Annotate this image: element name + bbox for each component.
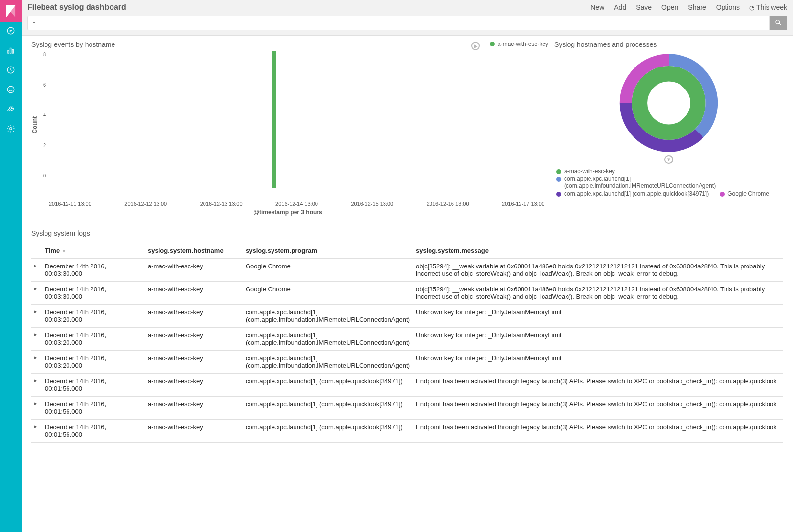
cell-hostname: a-mac-with-esc-key [145, 259, 243, 282]
bar-series[interactable] [272, 51, 276, 188]
dashboard-icon[interactable] [0, 61, 22, 80]
timelion-icon [6, 85, 15, 95]
kibana-logo[interactable] [0, 0, 22, 22]
y-tick: 8 [40, 51, 46, 57]
donut-chart[interactable] [605, 51, 732, 155]
cell-message: Unknown key for integer: _DirtyJetsamMem… [413, 351, 783, 374]
cell-message: objc[85294]: __weak variable at 0x608011… [413, 259, 783, 282]
cell-time: December 14th 2016, 00:03:30.000 [42, 259, 145, 282]
cell-time: December 14th 2016, 00:03:20.000 [42, 328, 145, 351]
row-expand-toggle[interactable]: ▸ [31, 282, 42, 305]
row-expand-toggle[interactable]: ▸ [31, 259, 42, 282]
panel-title: Syslog hostnames and processes [554, 41, 783, 48]
y-tick: 4 [40, 112, 46, 118]
table-row: ▸ December 14th 2016, 00:03:30.000 a-mac… [31, 259, 783, 282]
devtools-icon[interactable] [0, 100, 22, 119]
y-axis-title: Count [31, 116, 38, 133]
legend-swatch-icon [556, 192, 561, 197]
donut-legend-label[interactable]: Google Chrome [727, 190, 769, 197]
chevron-right-icon: ▸ [34, 377, 37, 383]
new-action[interactable]: New [590, 3, 604, 11]
chevron-right-icon: ▸ [34, 286, 37, 291]
legend-toggle-button[interactable]: ▶ [471, 42, 480, 50]
legend-swatch-icon [556, 177, 561, 182]
clock-icon: ◔ [749, 4, 754, 11]
logs-table-header: Time ▾syslog.system.hostnamesyslog.syste… [31, 243, 783, 259]
y-tick: 6 [40, 82, 46, 88]
legend-dot-icon [490, 42, 495, 46]
legend-toggle-button[interactable]: ▾ [664, 155, 673, 164]
timelion-icon[interactable] [0, 80, 22, 100]
top-actions: NewAddSaveOpenShareOptions◔This week [590, 3, 787, 11]
chevron-down-icon: ▾ [667, 156, 670, 163]
row-expand-toggle[interactable]: ▸ [31, 374, 42, 397]
cell-program: com.apple.xpc.launchd[1] (com.apple.imfo… [243, 351, 413, 374]
legend-swatch-icon [720, 192, 725, 197]
cell-hostname: a-mac-with-esc-key [145, 374, 243, 397]
add-action[interactable]: Add [614, 3, 626, 11]
cell-hostname: a-mac-with-esc-key [145, 351, 243, 374]
table-row: ▸ December 14th 2016, 00:03:20.000 a-mac… [31, 351, 783, 374]
x-tick: 2016-12-14 13:00 [275, 201, 318, 207]
row-expand-toggle[interactable]: ▸ [31, 328, 42, 351]
search-button[interactable] [770, 16, 787, 30]
x-tick: 2016-12-15 13:00 [351, 201, 393, 207]
svg-rect-2 [8, 50, 9, 53]
x-tick: 2016-12-12 13:00 [124, 201, 167, 207]
x-axis-title: @timestamp per 3 hours [31, 209, 544, 216]
logs-table: Time ▾syslog.system.hostnamesyslog.syste… [31, 243, 783, 443]
logs-col-header[interactable]: syslog.system.program [243, 243, 413, 259]
cell-program: com.apple.xpc.launchd[1] (com.apple.quic… [243, 374, 413, 397]
row-expand-toggle[interactable]: ▸ [31, 397, 42, 420]
main-region: Filebeat syslog dashboard NewAddSaveOpen… [22, 0, 793, 532]
chevron-right-icon: ▸ [34, 355, 37, 360]
logs-col-header[interactable]: syslog.system.message [413, 243, 783, 259]
cell-time: December 14th 2016, 00:03:30.000 [42, 282, 145, 305]
panel-syslog-hostnames-and-processes: Syslog hostnames and processes ▾ a-mac-w… [550, 38, 787, 218]
donut-legend-label[interactable]: a-mac-with-esc-key [564, 168, 615, 175]
query-input[interactable] [27, 16, 770, 30]
cell-time: December 14th 2016, 00:01:56.000 [42, 397, 145, 420]
row-expand-toggle[interactable]: ▸ [31, 420, 42, 443]
visualize-icon[interactable] [0, 41, 22, 61]
time-picker-label: This week [756, 3, 787, 11]
table-row: ▸ December 14th 2016, 00:03:30.000 a-mac… [31, 282, 783, 305]
open-action[interactable]: Open [661, 3, 678, 11]
cell-program: com.apple.xpc.launchd[1] (com.apple.imfo… [243, 328, 413, 351]
donut-slice[interactable] [639, 74, 698, 133]
management-icon[interactable] [0, 119, 22, 139]
bar-plot-area[interactable] [48, 51, 544, 188]
sort-desc-icon: ▾ [63, 248, 65, 254]
save-action[interactable]: Save [636, 3, 652, 11]
donut-legend-label[interactable]: com.apple.xpc.launchd[1] (com.apple.quic… [564, 190, 709, 197]
x-axis-ticks: 2016-12-11 13:002016-12-12 13:002016-12-… [31, 198, 544, 207]
y-axis-ticks: 86420 [40, 51, 48, 188]
donut-legend-label[interactable]: com.apple.xpc.launchd[1] (com.apple.imfo… [564, 176, 781, 189]
cell-time: December 14th 2016, 00:01:56.000 [42, 420, 145, 443]
table-row: ▸ December 14th 2016, 00:01:56.000 a-mac… [31, 420, 783, 443]
svg-marker-1 [10, 29, 12, 32]
share-action[interactable]: Share [688, 3, 706, 11]
search-icon [775, 19, 782, 27]
svg-point-10 [776, 20, 780, 23]
logs-col-header[interactable]: syslog.system.hostname [145, 243, 243, 259]
chevron-right-icon: ▸ [34, 309, 37, 314]
row-expand-toggle[interactable]: ▸ [31, 305, 42, 328]
cell-message: Unknown key for integer: _DirtyJetsamMem… [413, 328, 783, 351]
bar-chart[interactable]: Count 86420 [31, 51, 544, 198]
row-expand-toggle[interactable]: ▸ [31, 351, 42, 374]
cell-time: December 14th 2016, 00:03:20.000 [42, 351, 145, 374]
topbar: Filebeat syslog dashboard NewAddSaveOpen… [22, 0, 793, 36]
y-tick: 0 [40, 173, 46, 178]
logs-col-header[interactable]: Time ▾ [42, 243, 145, 259]
svg-rect-3 [10, 48, 11, 53]
svg-point-6 [7, 86, 14, 93]
bar-legend[interactable]: a-mac-with-esc-key [490, 41, 548, 47]
visualize-icon [6, 46, 15, 56]
time-picker[interactable]: ◔This week [749, 3, 787, 11]
cell-program: com.apple.xpc.launchd[1] (com.apple.quic… [243, 420, 413, 443]
management-icon [6, 124, 15, 134]
cell-program: Google Chrome [243, 259, 413, 282]
discover-icon[interactable] [0, 22, 22, 41]
options-action[interactable]: Options [716, 3, 740, 11]
